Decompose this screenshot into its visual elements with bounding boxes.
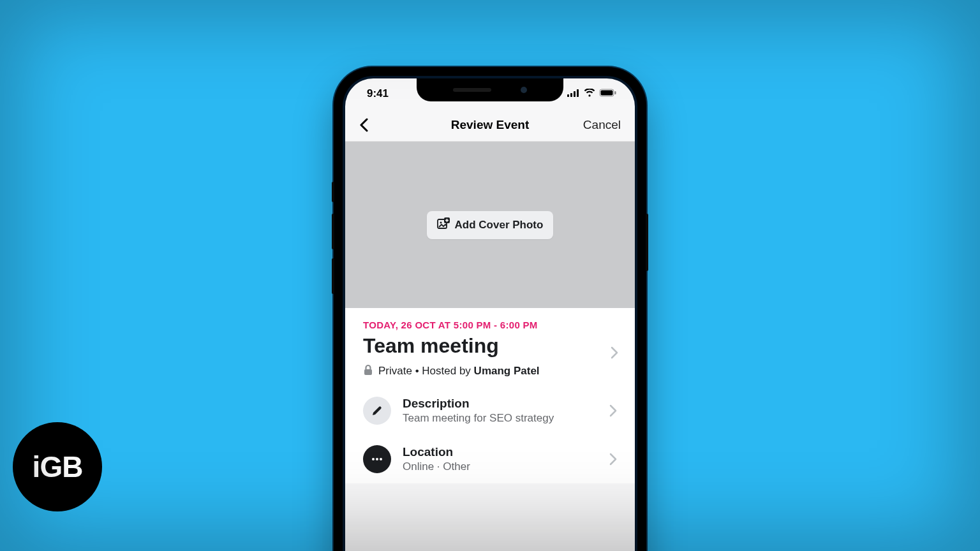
igb-logo-badge: iGB: [13, 422, 102, 511]
event-header-row[interactable]: TODAY, 26 OCT AT 5:00 PM - 6:00 PM Team …: [345, 320, 635, 386]
event-content: TODAY, 26 OCT AT 5:00 PM - 6:00 PM Team …: [345, 308, 635, 483]
status-icons: [567, 88, 617, 99]
event-privacy-text: Private • Hosted by Umang Patel: [378, 365, 540, 378]
pencil-icon: [363, 397, 391, 425]
speaker-grille: [453, 88, 491, 92]
add-cover-photo-label: Add Cover Photo: [455, 219, 544, 231]
event-datetime: TODAY, 26 OCT AT 5:00 PM - 6:00 PM: [363, 320, 617, 330]
chevron-right-icon: [611, 346, 618, 359]
nav-title: Review Event: [451, 118, 530, 132]
svg-rect-0: [567, 94, 569, 97]
wifi-icon: [584, 88, 595, 99]
svg-point-12: [376, 458, 378, 460]
status-time: 9:41: [367, 87, 389, 100]
add-cover-photo-button[interactable]: Add Cover Photo: [427, 211, 554, 239]
front-camera: [521, 87, 527, 93]
volume-up-button: [332, 214, 334, 249]
chevron-right-icon: [609, 404, 617, 417]
nav-bar: Review Event Cancel: [345, 109, 635, 141]
svg-rect-2: [574, 91, 575, 97]
lock-icon: [363, 364, 373, 379]
event-title: Team meeting: [363, 334, 617, 358]
svg-rect-5: [601, 91, 613, 96]
volume-down-button: [332, 258, 334, 294]
svg-point-13: [380, 458, 382, 460]
igb-logo-text: iGB: [33, 450, 83, 484]
description-row[interactable]: Description Team meeting for SEO strateg…: [345, 386, 635, 435]
phone-frame: 9:41 Review Event: [334, 67, 646, 551]
phone-notch: [417, 78, 563, 101]
svg-rect-3: [577, 89, 579, 97]
svg-point-11: [372, 458, 375, 460]
phone-screen: 9:41 Review Event: [345, 78, 635, 551]
svg-rect-10: [364, 369, 372, 375]
description-title: Description: [403, 397, 598, 411]
power-button: [646, 214, 648, 271]
battery-icon: [599, 88, 617, 99]
cancel-button[interactable]: Cancel: [583, 118, 621, 132]
back-button[interactable]: [359, 118, 368, 132]
location-subtitle: Online · Other: [403, 460, 598, 473]
location-row[interactable]: Location Online · Other: [345, 435, 635, 483]
svg-rect-1: [570, 93, 572, 97]
add-photo-icon: [437, 217, 450, 233]
cellular-icon: [567, 88, 580, 99]
chevron-right-icon: [609, 453, 617, 466]
event-meta: Private • Hosted by Umang Patel: [363, 364, 617, 379]
svg-point-8: [440, 221, 442, 223]
mute-switch: [332, 182, 334, 202]
svg-rect-6: [615, 91, 616, 94]
description-subtitle: Team meeting for SEO strategy: [403, 412, 598, 425]
location-title: Location: [403, 445, 598, 459]
cover-photo-area: Add Cover Photo: [345, 141, 635, 308]
more-icon: [363, 445, 391, 473]
